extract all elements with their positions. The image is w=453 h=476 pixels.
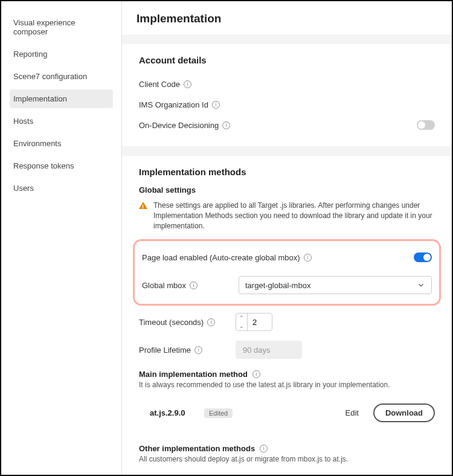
ims-org-label: IMS Organization Id (139, 100, 208, 109)
profile-lifetime-label: Profile Lifetime (139, 346, 191, 355)
sidebar-item-users[interactable]: Users (10, 179, 113, 198)
timeout-stepper[interactable]: ⌃ ⌄ (236, 313, 272, 331)
edited-badge: Edited (204, 408, 233, 418)
other-impl-desc: All customers should deploy at.js or mig… (139, 454, 435, 465)
chevron-down-icon (417, 281, 425, 289)
main-impl-title: Main implementation method (139, 370, 248, 379)
page-title: Implementation (137, 12, 437, 25)
sidebar-nav: Visual experience composer Reporting Sce… (1, 1, 122, 475)
impl-methods-title: Implementation methods (139, 167, 435, 177)
sidebar-item-environments[interactable]: Environments (10, 134, 113, 153)
sidebar-item-implementation[interactable]: Implementation (10, 89, 113, 108)
info-icon[interactable] (304, 254, 312, 262)
global-mbox-label: Global mbox (142, 281, 186, 290)
download-button[interactable]: Download (373, 404, 435, 422)
page-load-toggle[interactable] (414, 252, 432, 262)
global-settings-alert-text: These settings are applied to all Target… (153, 201, 435, 231)
timeout-input[interactable] (248, 318, 272, 327)
other-impl-title: Other implementation methods (139, 444, 255, 453)
profile-lifetime-row: Profile Lifetime 90 days (139, 339, 435, 360)
global-mbox-select[interactable]: target-global-mbox (239, 276, 432, 294)
app-frame: Visual experience composer Reporting Sce… (0, 0, 453, 476)
ims-org-row: IMS Organization Id (139, 94, 435, 115)
on-device-toggle[interactable] (417, 120, 435, 130)
edit-button[interactable]: Edit (338, 405, 365, 421)
implementation-methods-card: Implementation methods Global settings T… (122, 156, 452, 475)
client-code-row: Client Code (139, 74, 435, 94)
info-icon[interactable] (194, 346, 202, 354)
content-scroll[interactable]: Account details Client Code IMS Organiza… (122, 36, 452, 475)
main-impl-header: Main implementation method (139, 370, 435, 379)
on-device-label: On-Device Decisioning (139, 121, 219, 130)
stepper-down-icon[interactable]: ⌄ (236, 322, 247, 330)
main-impl-desc: It is always recommended to use the late… (139, 380, 435, 390)
sidebar-item-hosts[interactable]: Hosts (10, 112, 113, 130)
info-icon[interactable] (260, 445, 268, 452)
main-impl-row: at.js.2.9.0 Edited Edit Download (139, 399, 435, 427)
page-load-row: Page load enabled (Auto-create global mb… (142, 247, 432, 268)
sidebar-item-vec[interactable]: Visual experience composer (10, 13, 113, 41)
on-device-row: On-Device Decisioning (139, 115, 435, 135)
sidebar-item-scene7[interactable]: Scene7 configuration (10, 67, 113, 86)
info-icon[interactable] (207, 318, 215, 326)
info-icon[interactable] (212, 101, 220, 109)
info-icon[interactable] (184, 80, 191, 88)
account-details-title: Account details (139, 55, 435, 65)
global-settings-title: Global settings (139, 185, 435, 195)
other-impl-header: Other implementation methods (139, 444, 435, 453)
timeout-label: Timeout (seconds) (139, 318, 204, 327)
global-mbox-value: target-global-mbox (245, 281, 310, 290)
main-panel: Implementation Account details Client Co… (122, 1, 452, 475)
global-settings-alert: These settings are applied to all Target… (139, 201, 435, 231)
info-icon[interactable] (190, 281, 198, 289)
page-header: Implementation (122, 1, 452, 36)
client-code-label: Client Code (139, 80, 180, 89)
timeout-row: Timeout (seconds) ⌃ ⌄ (139, 312, 435, 332)
global-mbox-row: Global mbox target-global-mbox (142, 275, 432, 295)
main-impl-version: at.js.2.9.0 (150, 408, 204, 417)
info-icon[interactable] (252, 370, 260, 378)
stepper-up-icon[interactable]: ⌃ (236, 314, 247, 322)
account-details-card: Account details Client Code IMS Organiza… (122, 44, 452, 146)
info-icon[interactable] (222, 121, 230, 129)
sidebar-item-response-tokens[interactable]: Response tokens (10, 156, 113, 175)
warning-icon (139, 202, 147, 209)
sidebar-item-reporting[interactable]: Reporting (10, 45, 113, 63)
page-load-label: Page load enabled (Auto-create global mb… (142, 253, 300, 262)
profile-lifetime-value: 90 days (236, 341, 302, 359)
highlight-region: Page load enabled (Auto-create global mb… (133, 239, 441, 306)
other-impl-row: at.js.1.8.3 Edited Edit Download (139, 473, 435, 475)
